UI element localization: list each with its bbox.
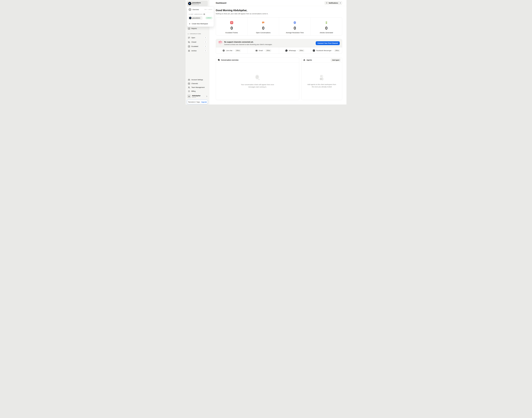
help-icon[interactable]: ? (203, 13, 205, 15)
sidebar-item-archive[interactable]: Archive 0 (187, 49, 208, 53)
open-count-badge: 0 (204, 36, 207, 39)
sidebar-item-channels[interactable]: Channels (187, 82, 208, 85)
cards-row: Conversation overview Your conversation … (216, 58, 342, 100)
agents-icon (303, 59, 305, 61)
agents-card-title: Agents (307, 59, 312, 61)
stat-label: Escalated Tickets (225, 32, 238, 34)
sidebar-item-team-management[interactable]: Team Management (187, 85, 208, 89)
channel-live-chat[interactable]: Live chat Offline (216, 47, 247, 54)
stat-value: 0 (262, 26, 264, 30)
stat-value: 0 (325, 26, 327, 30)
plus-icon (189, 23, 190, 24)
clock-icon (293, 21, 296, 24)
sidebar-item-closed[interactable]: Closed 0 (187, 40, 208, 44)
conversation-card-body: Your conversation charts will appear her… (216, 62, 299, 100)
channel-facebook-messenger[interactable]: Facebook Messenger Offline (311, 47, 342, 54)
overview-label: Overview (193, 9, 203, 11)
app-window: groundzero WORKSPACE Reports (185, 0, 347, 104)
stat-open-conversations: 0 Open Conversations (247, 17, 279, 35)
connect-first-channel-button[interactable]: Connect Your First Channel (316, 41, 340, 45)
stat-label: Open Conversations (256, 32, 271, 34)
articles-icon (325, 21, 328, 24)
billing-shield-icon (188, 90, 190, 92)
sidebar-item-label: Reports (191, 28, 207, 29)
status-dot (333, 50, 333, 51)
sidebar-item-account-settings[interactable]: Account Settings (187, 78, 208, 82)
empty-chart-icon (254, 74, 261, 81)
sidebar-item-billing[interactable]: Billing (187, 89, 208, 93)
conversation-empty-text: Your conversation charts will appear her… (240, 83, 275, 88)
client-workspaces-label: CLIENT WORKSPACES (189, 14, 203, 15)
workspace-pill: groundzero (188, 16, 202, 20)
channel-email[interactable]: Email Offline (247, 47, 279, 54)
chat-overview-icon (218, 59, 220, 61)
user-meta: Abdulqahar ADMIN (192, 95, 205, 98)
channel-whatsapp[interactable]: Whatsapp Offline (279, 47, 311, 54)
workspace-type-label: WORKSPACE (192, 4, 204, 5)
email-icon (255, 49, 258, 52)
user-role: ADMIN (192, 97, 205, 98)
client-workspaces-section: CLIENT WORKSPACES ? (187, 12, 214, 16)
double-bubble-icon (188, 41, 190, 43)
status-badge: Offline (299, 49, 304, 52)
upgrade-link[interactable]: Upgrade (201, 101, 207, 103)
dots-pattern-icon (219, 40, 222, 46)
avatar: A (187, 94, 191, 98)
channels-row: Live chat Offline Email Of (216, 47, 342, 54)
sidebar-item-label: Open (191, 37, 203, 38)
dropdown-item-groundzero[interactable]: groundzero CURRENT (187, 16, 214, 21)
greeting-subtitle: Nothing to show yet, your stats will app… (216, 13, 342, 15)
workspace-dropdown: Overview ONLY ADMIN CLIENT WORKSPACES ? … (187, 7, 214, 27)
agents-card-header: Agents Add Agent (301, 58, 342, 62)
open-conversations-icon (262, 21, 265, 24)
conversations-section-toggle[interactable]: CONVERSATIONS (187, 33, 208, 35)
only-admin-badge: ONLY ADMIN (204, 9, 212, 10)
bookmark-check-icon (188, 50, 190, 52)
notifications-count-badge: 2 (339, 2, 342, 4)
reports-icon (188, 27, 190, 30)
banner-title: No support channels connected yet. (224, 41, 272, 43)
add-agent-button[interactable]: Add Agent (331, 58, 341, 62)
conversation-card-header: Conversation overview (216, 58, 299, 62)
channel-name: Facebook Messenger (316, 50, 331, 51)
sidebar-item-label: Team Management (191, 87, 207, 88)
facebook-icon (313, 49, 315, 52)
briefcase-icon (188, 79, 190, 81)
escalate-retry-icon (188, 45, 190, 47)
user-profile-row[interactable]: A Abdulqahar ADMIN (187, 94, 208, 99)
archive-count-badge: 0 (204, 50, 207, 52)
greeting-heading: Good Morning Abdulqahar, (216, 9, 342, 12)
banner-text: No support channels connected yet. Conne… (224, 41, 272, 45)
agents-card: Agents Add Agent Add agents to (301, 58, 342, 100)
dropdown-item-overview[interactable]: Overview ONLY ADMIN (187, 7, 214, 12)
conversation-overview-card: Conversation overview Your conversation … (216, 58, 299, 100)
sidebar-item-escalated[interactable]: Escalated 0 (187, 45, 208, 48)
channel-name: Email (259, 50, 263, 51)
page-header: Dashboard Notifications 2 (209, 0, 347, 6)
banner-subtitle: Connect at least one channel to start re… (224, 44, 272, 45)
workspace-switcher[interactable]: groundzero WORKSPACE (187, 1, 208, 6)
channels-banner-head: No support channels connected yet. Conne… (216, 39, 342, 47)
closed-count-badge: 0 (204, 41, 207, 43)
stat-label: Average Resolution Time (286, 32, 304, 34)
whatsapp-icon (285, 49, 288, 52)
user-name: Abdulqahar (192, 95, 205, 96)
sidebar-item-label: Closed (191, 41, 203, 43)
notifications-button[interactable]: Notifications 2 (324, 1, 342, 5)
page-title: Dashboard (216, 2, 324, 4)
people-icon (188, 86, 190, 89)
notifications-label: Notifications (329, 2, 338, 4)
escalated-tickets-icon (230, 21, 233, 24)
workspace-logo (188, 2, 191, 5)
channels-banner: No support channels connected yet. Conne… (216, 39, 342, 54)
stats-row: 0 Escalated Tickets 0 Open Co (216, 17, 342, 35)
create-workspace-button[interactable]: Create New Workspace (187, 21, 214, 26)
agents-card-body: Add agents to this client workspace from… (301, 62, 342, 100)
globe-icon (222, 49, 225, 52)
sidebar-item-open[interactable]: Open 0 (187, 36, 208, 40)
stat-escalated-tickets: 0 Escalated Tickets (216, 17, 247, 35)
status-dot (297, 50, 298, 51)
create-workspace-label: Create New Workspace (192, 23, 208, 24)
chevron-right-icon (206, 95, 208, 97)
sidebar-item-reports[interactable]: Reports (187, 27, 208, 30)
